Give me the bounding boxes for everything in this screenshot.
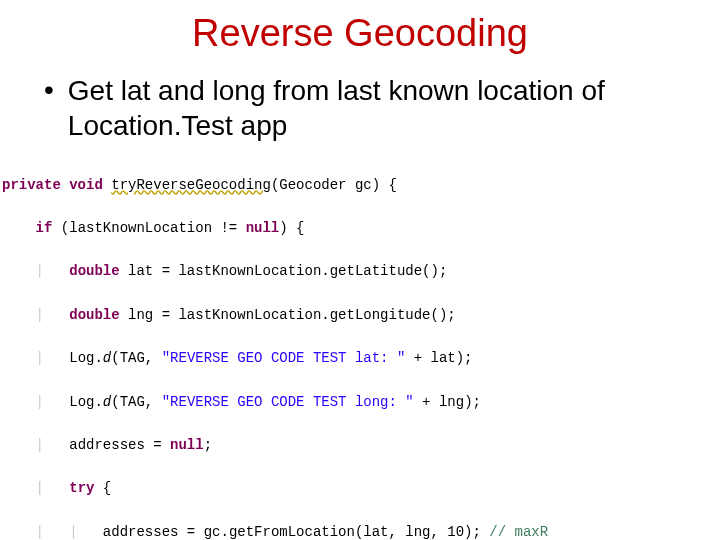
code-text: lng = lastKnownLocation.getLongitude(); xyxy=(120,307,456,323)
code-text: (lastKnownLocation != xyxy=(52,220,245,236)
code-line: | Log.d(TAG, "REVERSE GEO CODE TEST long… xyxy=(2,392,690,414)
kw-if: if xyxy=(36,220,53,236)
code-text: (TAG, xyxy=(111,394,161,410)
code-text: { xyxy=(94,480,111,496)
code-line: | double lat = lastKnownLocation.getLati… xyxy=(2,261,690,283)
code-line: | try { xyxy=(2,478,690,500)
code-block: private void tryReverseGeocoding(Geocode… xyxy=(2,153,690,540)
comment: // maxR xyxy=(489,524,548,540)
indent-guide: | xyxy=(36,307,44,323)
code-text: addresses = gc.getFromLocation(lat, lng,… xyxy=(103,524,489,540)
code-line: | addresses = null; xyxy=(2,435,690,457)
code-line: | double lng = lastKnownLocation.getLong… xyxy=(2,305,690,327)
indent-guide: | xyxy=(36,480,44,496)
kw-double: double xyxy=(69,307,119,323)
slide: Reverse Geocoding • Get lat and long fro… xyxy=(0,0,720,540)
kw-null: null xyxy=(246,220,280,236)
indent-guide: | xyxy=(36,350,44,366)
bullet-item: • Get lat and long from last known locat… xyxy=(30,73,690,143)
code-text: + lat); xyxy=(405,350,472,366)
code-text: Log. xyxy=(69,350,103,366)
code-text: addresses = xyxy=(69,437,170,453)
indent-guide: | xyxy=(69,524,77,540)
code-text: lat = lastKnownLocation.getLatitude(); xyxy=(120,263,448,279)
string-literal: "REVERSE GEO CODE TEST lat: " xyxy=(162,350,406,366)
kw-try: try xyxy=(69,480,94,496)
code-line: private void tryReverseGeocoding(Geocode… xyxy=(2,175,690,197)
code-text: d xyxy=(103,394,111,410)
code-text: Log. xyxy=(69,394,103,410)
code-line: | | addresses = gc.getFromLocation(lat, … xyxy=(2,522,690,540)
code-text: + lng); xyxy=(414,394,481,410)
kw-null: null xyxy=(170,437,204,453)
indent-guide: | xyxy=(36,524,44,540)
code-text: ) { xyxy=(279,220,304,236)
bullet-text: Get lat and long from last known locatio… xyxy=(68,73,690,143)
code-text: (TAG, xyxy=(111,350,161,366)
indent-guide: | xyxy=(36,394,44,410)
code-line: | Log.d(TAG, "REVERSE GEO CODE TEST lat:… xyxy=(2,348,690,370)
method-name: tryReverseGeocoding xyxy=(111,177,271,193)
indent-guide: | xyxy=(36,437,44,453)
slide-title: Reverse Geocoding xyxy=(30,12,690,55)
kw-private-void: private void xyxy=(2,177,103,193)
bullet-marker: • xyxy=(44,73,54,107)
code-text: ; xyxy=(204,437,212,453)
string-literal: "REVERSE GEO CODE TEST long: " xyxy=(162,394,414,410)
code-line: if (lastKnownLocation != null) { xyxy=(2,218,690,240)
indent-guide: | xyxy=(36,263,44,279)
code-text: d xyxy=(103,350,111,366)
kw-double: double xyxy=(69,263,119,279)
method-args: (Geocoder gc) { xyxy=(271,177,397,193)
